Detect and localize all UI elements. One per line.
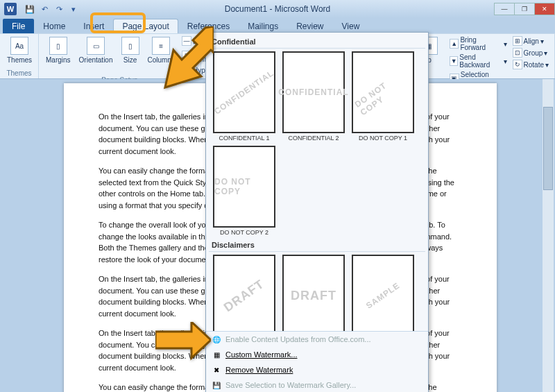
save-selection-gallery[interactable]: 💾Save Selection to Watermark Gallery... <box>206 377 428 392</box>
save-icon[interactable]: 💾 <box>24 3 36 15</box>
send-backward-icon: ▼ <box>450 56 458 66</box>
group-page-setup: ▯Margins ▭Orientation ▯Size ≡Columns —Br… <box>39 34 201 78</box>
group-arrange: ▦Wrap Text ▲Bring Forward ▾ ▼Send Backwa… <box>408 34 555 78</box>
size-icon: ▯ <box>121 37 139 55</box>
watermark-draft-2[interactable]: DRAFTDRAFT 2 <box>281 255 346 331</box>
gallery-menu: 🌐Enable Content Updates from Office.com.… <box>206 331 428 392</box>
title-bar: W 💾 ↶ ↷ ▾ Document1 - Microsoft Word — ❐… <box>0 0 555 18</box>
watermark-do-not-copy-1[interactable]: DO NOT COPYDO NOT COPY 1 <box>350 51 416 142</box>
hyphen-icon: bc <box>182 65 191 75</box>
themes-icon: Aa <box>10 37 28 55</box>
orientation-button[interactable]: ▭Orientation <box>76 35 116 65</box>
columns-button[interactable]: ≡Columns <box>145 35 178 65</box>
watermark-sample-1[interactable]: SAMPLESAMPLE 1 <box>350 255 416 331</box>
word-icon: W <box>4 3 17 15</box>
group-themes: Aa Themes Themes <box>0 34 39 78</box>
tab-references[interactable]: References <box>178 19 239 33</box>
tab-file[interactable]: File <box>3 19 34 33</box>
enable-content-updates[interactable]: 🌐Enable Content Updates from Office.com.… <box>206 332 428 347</box>
tab-review[interactable]: Review <box>287 19 332 33</box>
rotate-icon: ↻ <box>513 60 522 69</box>
redo-icon[interactable]: ↷ <box>53 3 65 15</box>
close-button[interactable]: ✕ <box>534 3 555 15</box>
breaks-icon: — <box>182 36 191 46</box>
send-backward-button[interactable]: ▼Send Backward ▾ <box>448 53 509 69</box>
save-icon: 💾 <box>212 380 221 390</box>
align-icon: ⊞ <box>513 36 522 46</box>
tab-view[interactable]: View <box>333 19 369 33</box>
watermark-gallery: Confidential CONFIDENTIALCONFIDENTIAL 1 … <box>205 32 429 392</box>
align-button[interactable]: ⊞Align ▾ <box>511 35 550 46</box>
themes-button[interactable]: Aa Themes <box>4 35 35 65</box>
orientation-icon: ▭ <box>87 37 105 55</box>
tab-page-layout[interactable]: Page Layout <box>113 19 178 33</box>
group-themes-label: Themes <box>4 69 34 77</box>
watermark-confidential-1[interactable]: CONFIDENTIALCONFIDENTIAL 1 <box>212 51 277 142</box>
watermark-custom-icon: ▦ <box>212 350 221 359</box>
gallery-section-disclaimers: Disclaimers <box>209 239 425 252</box>
group-icon: ⊡ <box>513 48 522 58</box>
tab-insert[interactable]: Insert <box>74 19 113 33</box>
undo-icon[interactable]: ↶ <box>38 3 51 15</box>
margins-icon: ▯ <box>49 37 67 55</box>
tab-mailings[interactable]: Mailings <box>239 19 287 33</box>
qat-dropdown-icon[interactable]: ▾ <box>67 3 80 15</box>
window-controls: — ❐ ✕ <box>495 3 555 15</box>
line-numbers-icon: 1 <box>182 51 190 60</box>
quick-access-toolbar: 💾 ↶ ↷ ▾ <box>24 3 80 15</box>
globe-icon: 🌐 <box>212 334 221 344</box>
bring-forward-icon: ▲ <box>450 39 459 49</box>
watermark-draft-1[interactable]: DRAFTDRAFT 1 <box>212 255 277 331</box>
rotate-button[interactable]: ↻Rotate ▾ <box>511 59 550 70</box>
gallery-section-confidential: Confidential <box>209 35 425 49</box>
maximize-button[interactable]: ❐ <box>514 3 535 15</box>
group-button[interactable]: ⊡Group ▾ <box>511 47 550 58</box>
ribbon-tabs: File Home Insert Page Layout References … <box>0 18 555 33</box>
window-title: Document1 - Microsoft Word <box>225 4 331 14</box>
remove-icon: ✖ <box>212 365 221 375</box>
scroll-thumb[interactable] <box>543 107 553 190</box>
margins-button[interactable]: ▯Margins <box>43 35 74 65</box>
watermark-do-not-copy-2[interactable]: DO NOT COPYDO NOT COPY 2 <box>212 146 277 236</box>
tab-home[interactable]: Home <box>34 19 74 33</box>
columns-icon: ≡ <box>152 37 170 55</box>
size-button[interactable]: ▯Size <box>119 35 142 65</box>
custom-watermark[interactable]: ▦Custom Watermark... <box>206 347 428 362</box>
bring-forward-button[interactable]: ▲Bring Forward ▾ <box>448 35 509 52</box>
minimize-button[interactable]: — <box>494 3 515 15</box>
vertical-scrollbar[interactable] <box>543 79 554 392</box>
watermark-confidential-2[interactable]: CONFIDENTIALCONFIDENTIAL 2 <box>281 51 346 142</box>
remove-watermark[interactable]: ✖Remove Watermark <box>206 362 428 377</box>
